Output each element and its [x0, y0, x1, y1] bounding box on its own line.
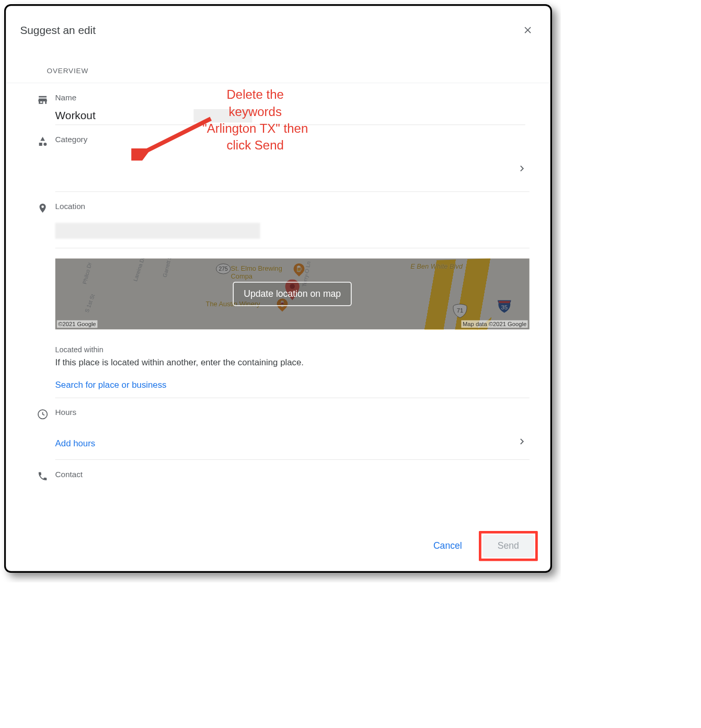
location-address-row[interactable]: [55, 219, 530, 248]
chevron-right-icon: [516, 436, 527, 450]
contact-label: Contact: [55, 470, 530, 479]
store-icon: [37, 94, 48, 106]
located-within-description: If this place is located within another,…: [55, 357, 530, 367]
redacted-address: [55, 223, 260, 238]
category-icon: [37, 136, 48, 147]
send-button-highlight: Send: [479, 531, 538, 561]
phone-icon: [37, 471, 48, 482]
hours-row[interactable]: Add hours: [55, 423, 530, 460]
svg-line-5: [144, 119, 211, 152]
map-attribution: Map data ©2021 Google: [462, 320, 528, 328]
dialog-title: Suggest an edit: [20, 24, 96, 37]
overview-tab[interactable]: OVERVIEW: [6, 47, 550, 84]
chevron-right-icon: [516, 163, 527, 177]
cancel-button[interactable]: Cancel: [429, 535, 466, 557]
location-pin-icon: [37, 203, 48, 214]
map-preview[interactable]: Philco Dr Lareina Dr Garrett St S 1st St…: [55, 258, 530, 329]
update-location-button[interactable]: Update location on map: [233, 282, 352, 306]
map-copyright: ©2021 Google: [57, 320, 97, 328]
add-hours-link[interactable]: Add hours: [55, 438, 96, 448]
close-button[interactable]: [520, 22, 536, 39]
send-button[interactable]: Send: [482, 535, 534, 557]
located-within-label: Located within: [55, 345, 530, 354]
clock-icon: [37, 409, 48, 420]
suggest-edit-dialog: Suggest an edit OVERVIEW Name Category: [4, 4, 552, 573]
annotation-text: Delete the keywords "Arlington TX" then …: [202, 86, 308, 154]
category-selector[interactable]: [55, 150, 530, 192]
close-icon: [522, 25, 533, 36]
search-place-link[interactable]: Search for place or business: [55, 380, 530, 398]
hours-label: Hours: [55, 408, 530, 418]
location-label: Location: [55, 202, 530, 211]
